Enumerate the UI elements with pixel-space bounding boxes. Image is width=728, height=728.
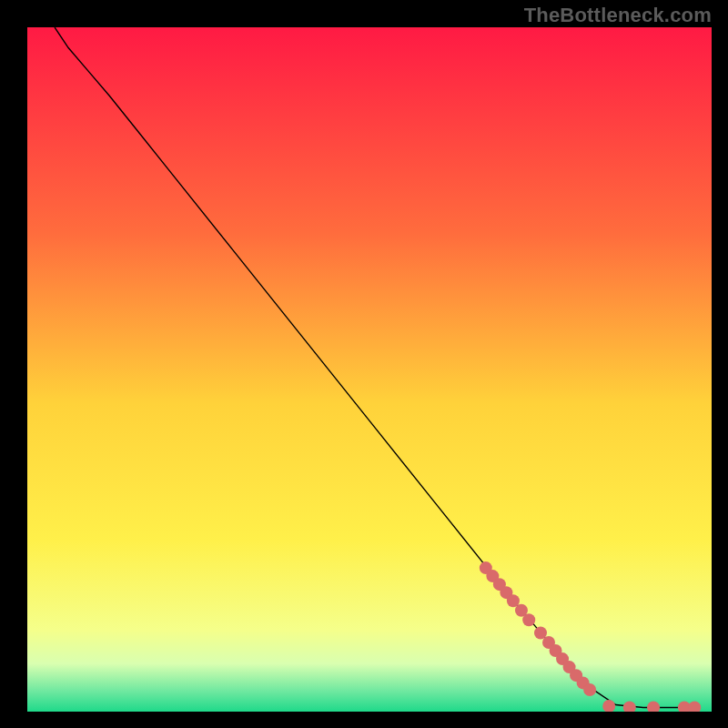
- marker-point: [522, 613, 535, 626]
- chart-background: [27, 27, 712, 712]
- chart-frame: TheBottleneck.com: [0, 0, 728, 728]
- plot-area: [27, 27, 712, 712]
- marker-point: [583, 683, 596, 696]
- attribution-text: TheBottleneck.com: [524, 4, 712, 27]
- chart-svg: [27, 27, 712, 712]
